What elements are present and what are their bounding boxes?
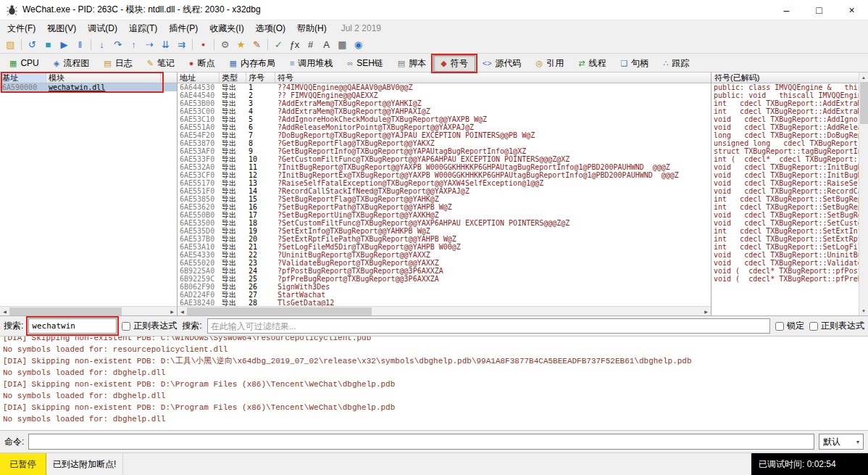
command-profile-dropdown[interactable]: 默认 ▾ xyxy=(819,434,864,450)
decoded-symbol[interactable]: void __cdecl TXBugReport::AddIgnoreHookC… xyxy=(711,115,859,123)
run-icon[interactable]: ▶ xyxy=(57,38,72,52)
animate-over-icon[interactable]: ⇉ xyxy=(174,38,189,52)
decoded-symbol[interactable]: void __cdecl TXBugReport::InitBugReport(… xyxy=(711,163,859,171)
symbol-row[interactable]: 6AE54F20 导出 7 ?DoBugReport@TXBugReport@@… xyxy=(178,131,711,139)
menu-options[interactable]: 选项(O) xyxy=(250,20,291,37)
decoded-symbol[interactable]: void (__cdecl* TXBugReport::pfPreBugRepo… xyxy=(711,275,859,283)
notes-pencil-icon[interactable]: ✎ xyxy=(249,38,264,52)
execute-till-return-icon[interactable]: ↑ xyxy=(126,38,141,52)
menu-plugins[interactable]: 插件(P) xyxy=(163,20,204,37)
favourites-star-icon[interactable]: ★ xyxy=(233,38,249,52)
decoded-symbol[interactable]: int __cdecl TXBugReport::SetExtInfo(unsi… xyxy=(711,227,859,235)
symbol-row[interactable]: 6AE550B0 导出 17 ?SetBugReportUin@TXBugRep… xyxy=(178,211,711,219)
tab-symbols[interactable]: ◆ 符号 xyxy=(433,55,475,72)
symbol-row[interactable]: 6A644530 导出 1 ??4IMVQQEngine@@QAEAAV0@AB… xyxy=(178,83,711,91)
tab-source[interactable]: <> 源代码 xyxy=(475,55,529,72)
scrollbar-thumb[interactable] xyxy=(860,82,868,124)
step-into-icon[interactable]: ↓ xyxy=(94,38,109,52)
tab-memory-map[interactable]: ▦ 内存布局 xyxy=(222,55,283,72)
maximize-button[interactable]: □ xyxy=(803,0,835,20)
decoded-symbol[interactable]: int __cdecl TXBugReport::AddExtraMem(voi… xyxy=(711,107,859,115)
help-icon[interactable]: ◉ xyxy=(351,38,366,52)
scroll-down-icon[interactable]: ▼ xyxy=(859,306,868,315)
patches-check-icon[interactable]: ✓ xyxy=(271,38,286,52)
symbol-row[interactable]: 6AE44540 导出 2 ??_FIMVQQEngine@@QAEXXZ xyxy=(178,91,711,99)
module-search-input[interactable] xyxy=(28,318,117,334)
menu-file[interactable]: 文件(F) xyxy=(1,20,41,37)
decoded-symbol[interactable]: struct TXBugReport::tagBugReportInfo * _… xyxy=(711,147,859,155)
font-icon[interactable]: A xyxy=(319,38,334,52)
symbol-row[interactable]: 6AE551A0 导出 6 ?AddReleaseMonitorPoint@TX… xyxy=(178,123,711,131)
tab-script[interactable]: ▤ 脚本 xyxy=(391,55,433,72)
symbol-row[interactable]: 6AE53C00 导出 4 ?AddExtraMem@TXBugReport@@… xyxy=(178,107,711,115)
decoded-symbol[interactable]: int __cdecl TXBugReport::SetExtRptFilePa… xyxy=(711,235,859,243)
tab-trace[interactable]: ∴ 跟踪 xyxy=(656,55,696,72)
symbol-row[interactable]: 6AE53870 导出 8 ?GetBugReportFlag@TXBugRep… xyxy=(178,139,711,147)
scrollbar-thumb[interactable] xyxy=(187,307,372,315)
tab-notes[interactable]: ✎ 笔记 xyxy=(140,55,182,72)
decoded-symbol[interactable]: void (__cdecl* TXBugReport::pfPostBugRep… xyxy=(711,267,859,275)
decoded-symbol[interactable]: public: void __thiscall IMVQQEngine::`de… xyxy=(711,91,859,99)
symbol-row[interactable]: 6AE535D0 导出 19 ?SetExtInfo@TXBugReport@@… xyxy=(178,227,711,235)
run-to-user-code-icon[interactable]: ⇢ xyxy=(142,38,157,52)
symbol-row[interactable]: 6AD224F0 导出 27 StartWachat xyxy=(178,291,711,299)
tab-breakpoints[interactable]: ● 断点 xyxy=(182,55,222,72)
regex-modules-checkbox[interactable] xyxy=(122,322,130,331)
symbol-row[interactable]: 6AE53500 导出 18 ?SetCustomFiltFunc@TXBugR… xyxy=(178,219,711,227)
symbol-row[interactable]: 6AE533F0 导出 10 ?GetCustomFiltFunc@TXBugR… xyxy=(178,155,711,163)
menu-view[interactable]: 视图(V) xyxy=(41,20,82,37)
scrollbar-thumb[interactable] xyxy=(9,307,122,315)
command-input[interactable] xyxy=(28,434,814,450)
decoded-symbol[interactable]: void __cdecl TXBugReport::ValidateBugRep… xyxy=(711,259,859,267)
regex-symbols-checkbox[interactable] xyxy=(809,322,818,331)
settings-icon[interactable]: ⚙ xyxy=(217,38,233,52)
lock-checkbox[interactable] xyxy=(775,322,784,331)
breakpoint-toggle-icon[interactable]: ▪ xyxy=(196,38,211,52)
decoded-symbol[interactable]: long __cdecl TXBugReport::DoBugReport(st… xyxy=(711,131,859,139)
decoded-symbol[interactable]: int __cdecl TXBugReport::AddExtraMem(uns… xyxy=(711,99,859,107)
decoded-symbol[interactable]: public: class IMVQQEngine & __thiscall I… xyxy=(711,83,859,91)
decoded-symbol[interactable]: int (__cdecl*__cdecl TXBugReport::GetCus… xyxy=(711,155,859,163)
minimize-button[interactable]: – xyxy=(770,0,803,20)
symbol-row[interactable]: 6AE53A10 导出 21 ?SetLogFileMd5Dir@TXBugRe… xyxy=(178,243,711,251)
tab-seh[interactable]: ∞ SEH链 xyxy=(340,55,391,72)
column-header-module[interactable]: 模块 xyxy=(46,73,161,83)
symbol-row[interactable]: 6AE532A0 导出 11 ?InitBugReport@TXBugRepor… xyxy=(178,163,711,171)
close-process-icon[interactable]: ■ xyxy=(41,38,56,52)
symbol-filter-input[interactable] xyxy=(207,318,770,334)
symbol-row[interactable]: 6B062F90 导出 26 SignWith3Des xyxy=(178,283,711,291)
scroll-up-icon[interactable]: ▲ xyxy=(859,73,868,82)
scroll-left-icon[interactable]: ◀ xyxy=(0,307,9,316)
animate-into-icon[interactable]: ⇊ xyxy=(158,38,173,52)
column-header-address[interactable]: 地址 xyxy=(178,73,220,83)
symbol-row[interactable]: 6AE55170 导出 13 ?RaiseSelfFatalException@… xyxy=(178,179,711,187)
symbol-row[interactable]: 6AE53B00 导出 3 ?AddExtraMem@TXBugReport@@… xyxy=(178,99,711,107)
symbol-row[interactable]: 6AE53620 导出 16 ?SetBugReportPath@TXBugRe… xyxy=(178,203,711,211)
decoded-symbol[interactable]: void __cdecl TXBugReport::SetBugReportUi… xyxy=(711,211,859,219)
symbol-row[interactable]: 6AE55020 导出 23 ?ValidateBugReport@TXBugR… xyxy=(178,259,711,267)
scroll-left-icon[interactable]: ◀ xyxy=(178,307,187,316)
scroll-right-icon[interactable]: ▶ xyxy=(701,307,711,316)
symbol-row[interactable]: 6AE53AF0 导出 9 ?GetBugReportInfo@TXBugRep… xyxy=(178,147,711,155)
restart-icon[interactable]: ↺ xyxy=(25,38,40,52)
module-row[interactable]: 6A590000 wechatwin.dll xyxy=(0,83,177,91)
menu-help[interactable]: 帮助(H) xyxy=(291,20,333,37)
step-over-icon[interactable]: ↷ xyxy=(110,38,125,52)
menu-favourites[interactable]: 收藏夹(I) xyxy=(204,20,249,37)
symbol-row[interactable]: 6AE53C10 导出 5 ?AddIgnoreHookCheckModule@… xyxy=(178,115,711,123)
column-header-base[interactable]: 基址 xyxy=(0,73,46,83)
decoded-symbol[interactable]: void __cdecl TXBugReport::SetCustomFiltF… xyxy=(711,219,859,227)
tab-references[interactable]: ◎ 引用 xyxy=(529,55,572,72)
open-file-icon[interactable]: ▨ xyxy=(3,38,18,52)
tab-threads[interactable]: ⇄ 线程 xyxy=(571,55,613,72)
decoded-symbol[interactable]: void __cdecl TXBugReport::RaiseSelfFatal… xyxy=(711,179,859,187)
decoded-symbol[interactable]: unsigned long __cdecl TXBugReport::GetBu… xyxy=(711,139,859,147)
tab-call-stack[interactable]: ≡ 调用堆栈 xyxy=(283,55,340,72)
scroll-right-icon[interactable]: ▶ xyxy=(167,307,177,316)
decoded-symbol[interactable]: int __cdecl TXBugReport::SetBugReportPat… xyxy=(711,203,859,211)
decoded-symbol[interactable]: int __cdecl TXBugReport::SetBugReportFla… xyxy=(711,195,859,203)
symbol-row[interactable]: 6AE54330 导出 22 ?UninitBugReport@TXBugRep… xyxy=(178,251,711,259)
symbol-row[interactable]: 6B92259C 导出 25 ?pfPreBugReport@TXBugRepo… xyxy=(178,275,711,283)
column-header-symbol[interactable]: 符号 xyxy=(275,73,711,83)
menu-trace[interactable]: 追踪(T) xyxy=(123,20,163,37)
